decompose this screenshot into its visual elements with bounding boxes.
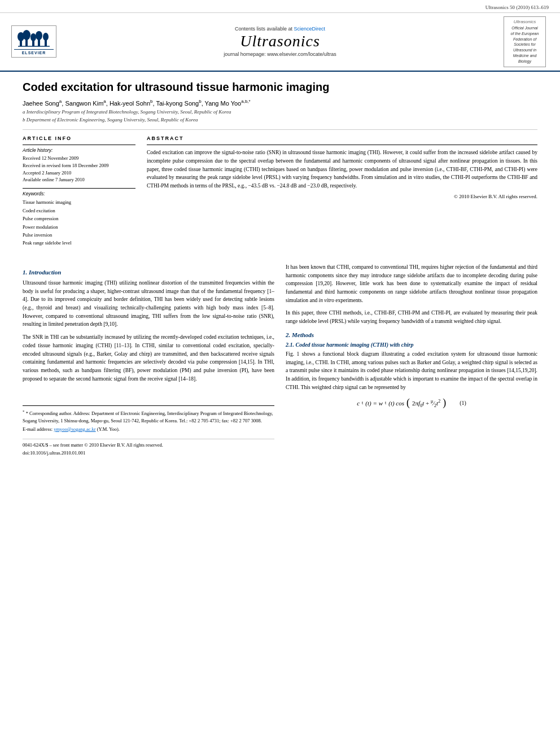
- eq-big-paren-close: ): [443, 397, 446, 409]
- revised-date: Received in revised form 18 December 200…: [23, 162, 135, 169]
- author-yang: Yang Mo Yoo: [205, 99, 242, 106]
- email-label: E-mail address:: [23, 426, 53, 432]
- body-para-1: Ultrasound tissue harmonic imaging (THI)…: [23, 279, 274, 329]
- logo-sub-text: Official Journalof the EuropeanFederatio…: [506, 25, 543, 64]
- logo-top-text: Ultrasonics: [506, 19, 543, 24]
- journal-title-banner: Ultrasonics: [56, 33, 504, 50]
- copyright-line: © 2010 Elsevier B.V. All rights reserved…: [147, 194, 537, 199]
- eq-wt-paren: (t) cos: [388, 400, 404, 407]
- article-info-label: ARTICLE INFO: [23, 136, 135, 141]
- elsevier-logo: ELSEVIER: [11, 25, 56, 58]
- keywords-list: Tissue harmonic imaging Coded excitation…: [23, 198, 135, 247]
- body-right-col: It has been known that CTHI, compared to…: [286, 263, 537, 458]
- history-section: Article history: Received 12 November 20…: [23, 145, 135, 184]
- journal-ref-header: Ultrasonics 50 (2010) 613–619: [0, 0, 560, 13]
- elsevier-logo-image: [14, 28, 54, 48]
- history-label: Article history:: [23, 147, 135, 153]
- keyword-2: Coded excitation: [23, 207, 135, 215]
- keywords-section: Keywords: Tissue harmonic imaging Coded …: [23, 188, 135, 247]
- svg-point-5: [30, 33, 36, 41]
- eq-sub-wt: t: [385, 400, 386, 405]
- journal-homepage: journal homepage: www.elsevier.com/locat…: [56, 51, 504, 57]
- journal-logo-right: Ultrasonics Official Journalof the Europ…: [504, 16, 549, 67]
- keyword-6: Peak range sidelobe level: [23, 239, 135, 247]
- journal-ref-text: Ultrasonics 50 (2010) 613–619: [485, 5, 549, 10]
- article-info-section: ARTICLE INFO Article history: Received 1…: [23, 136, 135, 252]
- contents-available-text: Contents lists available at: [235, 26, 292, 32]
- abstract-text: Coded excitation can improve the signal-…: [147, 148, 537, 190]
- sup-b1: b: [150, 99, 152, 104]
- footnote-sup: *: [23, 409, 25, 414]
- svg-point-3: [23, 30, 30, 40]
- keywords-label: Keywords:: [23, 191, 135, 196]
- footnote-star: * * Corresponding author. Address: Depar…: [23, 409, 274, 424]
- eq-row: ct (t) = wt (t) cos ( 2πf0t + μ⁄2t2 ) (1…: [286, 397, 537, 409]
- keyword-4: Power modulation: [23, 223, 135, 231]
- science-direct-line: Contents lists available at ScienceDirec…: [56, 26, 504, 32]
- affil-a: a Interdisciplinary Program of Integrate…: [23, 108, 537, 116]
- svg-point-9: [43, 33, 49, 41]
- doi-text: doi:10.1016/j.ultras.2010.01.001: [23, 449, 274, 457]
- body-left-col: 1. Introduction Ultrasound tissue harmon…: [23, 263, 274, 458]
- issn-text: 0041-624X/$ – see front matter © 2010 El…: [23, 442, 274, 449]
- abstract-border: Coded excitation can improve the signal-…: [147, 145, 537, 199]
- body-para-right-1: It has been known that CTHI, compared to…: [286, 263, 537, 305]
- keyword-5: Pulse inversion: [23, 231, 135, 239]
- body-para-2: The SNR in THI can be substantially incr…: [23, 333, 274, 383]
- section2-title: 2. Methods: [286, 331, 537, 338]
- science-direct-link[interactable]: ScienceDirect: [294, 26, 326, 32]
- divider-1: [23, 129, 537, 130]
- svg-rect-8: [45, 40, 47, 46]
- subsection2-1-title: 2.1. Coded tissue harmonic imaging (CTHI…: [286, 342, 537, 348]
- svg-rect-4: [32, 41, 34, 46]
- eq-lhs-paren: (t) = w: [365, 400, 383, 407]
- eq-sub-t: t: [362, 400, 363, 405]
- sup-a2: a: [103, 99, 106, 104]
- sup-ab: a,b,*: [241, 99, 250, 104]
- affil-b: b Department of Electronic Engineering, …: [23, 116, 537, 124]
- body-para-right-3: Fig. 1 shows a functional block diagram …: [286, 350, 537, 392]
- keyword-3: Pulse compression: [23, 215, 135, 222]
- author-sangwon: Sangwon Kim: [65, 99, 103, 106]
- homepage-url: www.elsevier.com/locate/ultras: [267, 51, 336, 57]
- eq-number-1: (1): [460, 400, 466, 406]
- author-tai: Tai-kyong Song: [156, 99, 199, 106]
- homepage-label: journal homepage:: [224, 51, 266, 57]
- keyword-1: Tissue harmonic imaging: [23, 198, 135, 206]
- footnote-area: * * Corresponding author. Address: Depar…: [23, 405, 274, 433]
- svg-point-7: [36, 31, 42, 40]
- page: Ultrasonics 50 (2010) 613–619: [0, 0, 560, 747]
- equation-1-area: ct (t) = wt (t) cos ( 2πf0t + μ⁄2t2 ) (1…: [286, 397, 537, 409]
- bottom-issn-area: 0041-624X/$ – see front matter © 2010 El…: [23, 439, 274, 457]
- sup-b2: b: [199, 99, 201, 104]
- email-link[interactable]: ymyoo@sogang.ac.kr: [54, 426, 95, 432]
- main-content: Coded excitation for ultrasound tissue h…: [0, 72, 560, 263]
- article-title: Coded excitation for ultrasound tissue h…: [23, 80, 537, 94]
- author-jaehee: Jaehee Song: [23, 99, 59, 106]
- banner-center: Contents lists available at ScienceDirec…: [56, 26, 504, 57]
- abstract-section: ABSTRACT Coded excitation can improve th…: [147, 136, 537, 252]
- eq-big-paren: (: [406, 397, 410, 409]
- elsevier-label-text: ELSEVIER: [14, 49, 54, 55]
- email-person: (Y.M. Yoo).: [97, 426, 120, 432]
- accepted-date: Accepted 2 January 2010: [23, 169, 135, 177]
- footnote-email-line: E-mail address: ymyoo@sogang.ac.kr (Y.M.…: [23, 426, 274, 433]
- authors-line: Jaehee Songa, Sangwon Kima, Hak-yeol Soh…: [23, 99, 537, 107]
- journal-logo-box: Ultrasonics Official Journalof the Europ…: [504, 16, 546, 67]
- eq-lhs: c: [357, 400, 360, 407]
- author-hak: Hak-yeol Sohn: [110, 99, 150, 106]
- two-col-body: 1. Introduction Ultrasound tissue harmon…: [23, 263, 537, 458]
- eq-content: 2πf0t + μ⁄2t2: [412, 399, 440, 408]
- section1-title: 1. Introduction: [23, 269, 274, 276]
- received-date: Received 12 November 2009: [23, 155, 135, 162]
- article-info-abstract: ARTICLE INFO Article history: Received 1…: [23, 136, 537, 252]
- journal-banner: ELSEVIER Contents lists available at Sci…: [0, 13, 560, 72]
- body-content: 1. Introduction Ultrasound tissue harmon…: [0, 263, 560, 469]
- online-date: Available online 7 January 2010: [23, 176, 135, 184]
- elsevier-tree-icon: [17, 28, 51, 48]
- affiliations: a Interdisciplinary Program of Integrate…: [23, 108, 537, 124]
- body-para-right-2: In this paper, three CTHI methods, i.e.,…: [286, 309, 537, 325]
- sup-a1: a: [59, 99, 62, 104]
- footnote-text: * Corresponding author. Address: Departm…: [23, 410, 273, 423]
- abstract-label: ABSTRACT: [147, 136, 537, 141]
